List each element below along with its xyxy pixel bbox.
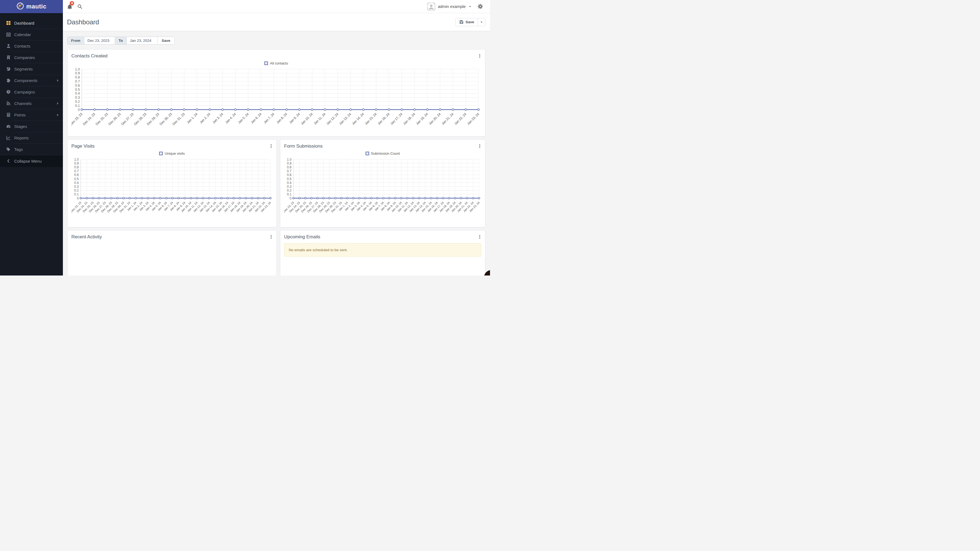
user-menu[interactable]: admin example [427, 2, 490, 11]
svg-text:Jan 22, 24: Jan 22, 24 [453, 112, 467, 126]
svg-text:0.5: 0.5 [74, 177, 79, 181]
svg-text:Dec 31, 23: Dec 31, 23 [172, 112, 186, 126]
sidebar-item-dashboard[interactable]: Dashboard [0, 17, 63, 29]
topbar-left [63, 0, 85, 13]
svg-text:1.0: 1.0 [74, 158, 79, 162]
svg-text:0.5: 0.5 [75, 88, 80, 92]
sidebar-item-calendar[interactable]: Calendar [0, 29, 63, 40]
svg-text:Dec 29, 23: Dec 29, 23 [146, 112, 160, 126]
sidebar-item-label: Stages [14, 124, 27, 129]
svg-text:Jan 7, 24: Jan 7, 24 [263, 112, 275, 124]
sidebar-item-label: Channels [14, 101, 32, 106]
sidebar-item-reports[interactable]: Reports [0, 132, 63, 143]
sidebar-item-stages[interactable]: Stages [0, 121, 63, 132]
panel-contacts-created: Contacts Created All contacts 1.00.90.80… [67, 49, 485, 137]
svg-text:0.8: 0.8 [75, 75, 80, 79]
svg-text:0.3: 0.3 [287, 185, 291, 189]
date-filter: From To Save [67, 37, 175, 44]
submenu-arrow-icon [57, 79, 59, 82]
segments-icon [6, 67, 11, 71]
svg-text:0.7: 0.7 [75, 79, 80, 83]
svg-text:0: 0 [77, 197, 79, 200]
sidebar-item-segments[interactable]: Segments [0, 63, 63, 75]
svg-text:Jan 12, 24: Jan 12, 24 [326, 112, 339, 126]
save-button[interactable]: Save [456, 18, 478, 26]
sidebar-item-label: Campaigns [14, 90, 35, 94]
svg-text:Jan 2, 24: Jan 2, 24 [199, 112, 211, 124]
reports-icon [6, 135, 11, 140]
companies-icon [6, 55, 11, 60]
sidebar-item-label: Segments [14, 67, 33, 71]
from-label: From [68, 37, 84, 44]
sidebar-collapse-menu[interactable]: Collapse Menu [0, 155, 63, 167]
submenu-arrow-icon [57, 113, 59, 116]
sidebar-item-label: Companies [14, 55, 35, 60]
kebab-menu-icon[interactable] [270, 234, 273, 240]
search-button[interactable] [75, 0, 85, 13]
svg-text:1.0: 1.0 [75, 68, 80, 71]
kebab-menu-icon[interactable] [478, 234, 481, 240]
svg-text:0: 0 [290, 197, 291, 200]
svg-text:0.9: 0.9 [75, 71, 80, 75]
chart-legend[interactable]: Unique visits [72, 151, 273, 156]
kebab-menu-icon[interactable] [270, 143, 273, 149]
sidebar-item-label: Components [14, 78, 37, 83]
sidebar-item-label: Contacts [14, 44, 30, 48]
contacts-created-chart: 1.00.90.80.70.60.50.40.30.20.10Dec 23, 2… [72, 67, 481, 129]
sidebar-item-label: Reports [14, 135, 29, 140]
date-from-input[interactable] [84, 37, 115, 44]
panel-title: Page Visits [72, 143, 95, 149]
sidebar-item-campaigns[interactable]: Campaigns [0, 86, 63, 98]
svg-text:Jan 5, 24: Jan 5, 24 [237, 112, 250, 124]
date-filter-save-button[interactable]: Save [157, 37, 175, 44]
svg-text:0.1: 0.1 [75, 104, 80, 108]
svg-text:Dec 25, 23: Dec 25, 23 [95, 112, 109, 126]
svg-text:Jan 19, 24: Jan 19, 24 [415, 112, 429, 126]
svg-text:0.2: 0.2 [75, 100, 80, 103]
no-emails-alert: No emails are scheduled to be sent. [284, 243, 481, 257]
sidebar-item-contacts[interactable]: Contacts [0, 40, 63, 52]
sidebar-item-points[interactable]: Points [0, 109, 63, 121]
svg-text:Jan 18, 24: Jan 18, 24 [402, 112, 416, 126]
svg-text:Jan 20, 24: Jan 20, 24 [428, 112, 442, 126]
sidebar-item-companies[interactable]: Companies [0, 52, 63, 63]
page-visits-chart: 1.00.90.80.70.60.50.40.30.20.10Dec 23, 2… [72, 157, 273, 221]
svg-text:0.4: 0.4 [287, 181, 291, 185]
svg-text:Jan 6, 24: Jan 6, 24 [250, 112, 262, 124]
svg-text:0.3: 0.3 [75, 96, 80, 100]
kebab-menu-icon[interactable] [478, 143, 481, 149]
date-to-input[interactable] [127, 37, 157, 44]
submenu-arrow-icon [57, 102, 59, 105]
legend-box-icon [366, 152, 369, 155]
brand-logo[interactable]: mautic [0, 0, 63, 13]
svg-text:Jan 9, 24: Jan 9, 24 [288, 112, 301, 124]
to-label: To [115, 37, 127, 44]
stages-icon [6, 124, 11, 129]
chevron-down-icon [480, 21, 483, 24]
chart-legend[interactable]: All contacts [72, 61, 481, 65]
panel-upcoming-emails: Upcoming Emails No emails are scheduled … [280, 230, 485, 275]
svg-text:0.1: 0.1 [287, 192, 291, 196]
panel-recent-activity: Recent Activity [67, 230, 277, 275]
svg-text:0.9: 0.9 [287, 162, 291, 165]
page-title: Dashboard [67, 18, 99, 26]
svg-text:Jan 8, 24: Jan 8, 24 [275, 112, 288, 124]
sidebar-item-channels[interactable]: Channels [0, 98, 63, 109]
brand-name: mautic [26, 3, 46, 10]
svg-text:0.8: 0.8 [287, 165, 291, 169]
legend-label: Unique visits [165, 151, 185, 156]
content: From To Save Contacts Created All contac… [63, 31, 490, 275]
save-dropdown-button[interactable] [478, 18, 485, 26]
notifications-button[interactable] [65, 0, 75, 13]
svg-text:Jan 15, 24: Jan 15, 24 [364, 112, 378, 126]
sidebar-item-tags[interactable]: Tags [0, 143, 63, 155]
svg-text:0.5: 0.5 [287, 177, 291, 181]
chart-legend[interactable]: Submission Count [284, 151, 481, 156]
points-icon [6, 112, 11, 117]
svg-text:Jan 17, 24: Jan 17, 24 [390, 112, 403, 126]
sidebar-item-label: Points [14, 113, 26, 117]
settings-button[interactable] [478, 4, 483, 9]
kebab-menu-icon[interactable] [478, 53, 481, 59]
floppy-icon [460, 20, 463, 24]
sidebar-item-components[interactable]: Components [0, 75, 63, 86]
